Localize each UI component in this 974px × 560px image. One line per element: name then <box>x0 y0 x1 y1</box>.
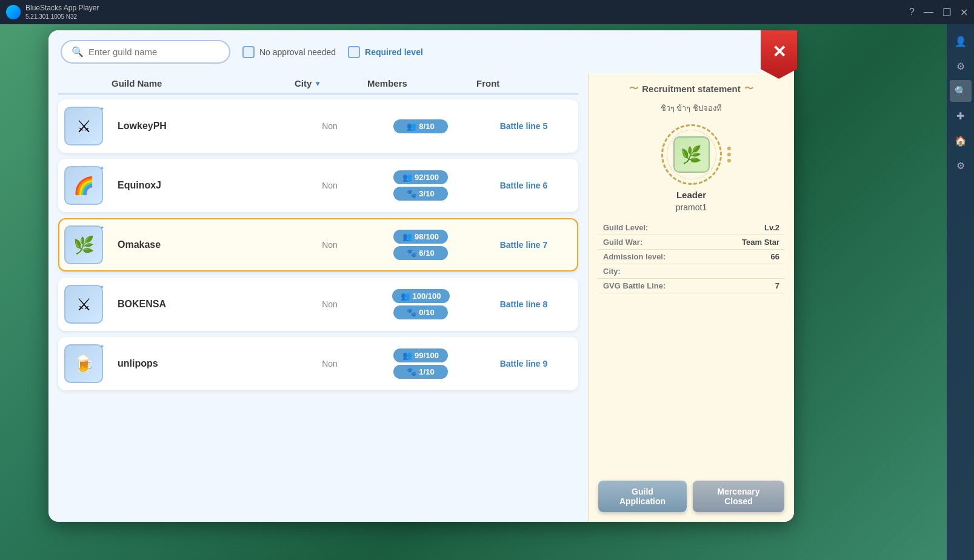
guild-name-omakase: Omakase <box>113 239 293 250</box>
guild-row-omakase[interactable]: 🌿 Omakase Non 👥98/100 🐾6/10 Battle line … <box>58 218 578 272</box>
app-name: BlueStacks App Player 5.21.301.1005 N32 <box>25 4 99 21</box>
guild-icon-omakase: 🌿 <box>64 225 103 264</box>
right-sidebar: 👤 ⚙ 🔍 ✚ 🏠 ⚙ <box>947 24 974 560</box>
guild-icon-unlipops: 🍺 <box>64 344 103 383</box>
no-approval-checkbox[interactable] <box>242 46 255 58</box>
leader-label: Leader <box>676 190 706 200</box>
guild-row-unlipops[interactable]: 🍺 unlipops Non 👥99/100 🐾1/10 Battle line… <box>58 337 578 390</box>
sidebar-icon-search[interactable]: 🔍 <box>950 80 972 102</box>
col-guild-name: Guild Name <box>112 78 295 88</box>
minimize-icon[interactable]: — <box>924 7 933 18</box>
guild-icon-lowkeyph: ⚔ <box>64 107 103 145</box>
guild-members-unlipops: 👥99/100 🐾1/10 <box>366 348 475 379</box>
col-icon-spacer <box>63 78 112 88</box>
leader-name: pramot1 <box>676 202 707 212</box>
member-badge-main-bokensa: 👥100/100 <box>392 289 450 303</box>
window-controls[interactable]: ? — ❐ ✕ <box>909 7 968 18</box>
admission-label: Admission level: <box>603 252 665 261</box>
required-level-label: Required level <box>365 47 423 57</box>
dots-decoration <box>727 147 731 162</box>
guild-name-lowkeyph: LowkeyPH <box>113 121 293 132</box>
info-row-admission: Admission level: 66 <box>598 250 784 264</box>
guild-city-lowkeyph: Non <box>293 121 366 131</box>
column-headers: Guild Name City ▼ Members Front <box>58 73 578 95</box>
guild-members-equinoxj: 👥92/100 🐾3/10 <box>366 170 475 201</box>
sidebar-icon-3[interactable]: ✚ <box>950 105 972 127</box>
guild-row-equinoxj[interactable]: 🌈 EquinoxJ Non 👥92/100 🐾3/10 Battle line… <box>58 159 578 212</box>
guild-war-value: Team Star <box>742 238 779 247</box>
titlebar: BlueStacks App Player 5.21.301.1005 N32 … <box>0 0 974 24</box>
guild-front-bokensa: Battle line 8 <box>475 299 572 309</box>
guild-front-equinoxj: Battle line 6 <box>475 181 572 190</box>
guild-war-label: Guild War: <box>603 238 642 247</box>
city-filter-icon[interactable]: ▼ <box>314 79 321 88</box>
recruitment-panel: Recruitment statement ชิวๆ ข้าๆ ชิปจองที… <box>588 73 794 522</box>
info-row-gvg: GVG Battle Line: 7 <box>598 279 784 293</box>
admission-value: 66 <box>771 252 779 261</box>
guild-search-box[interactable]: 🔍 <box>61 40 230 64</box>
guild-name-equinoxj: EquinoxJ <box>113 180 293 191</box>
guild-name-unlipops: unlipops <box>113 358 293 369</box>
dialog-content: Guild Name City ▼ Members Front ⚔ Lowkey… <box>48 73 794 522</box>
info-row-guild-level: Guild Level: Lv.2 <box>598 221 784 235</box>
search-icon: 🔍 <box>72 46 84 58</box>
city-label: City: <box>603 267 621 276</box>
leader-avatar-wrap: 🌿 <box>661 124 722 185</box>
guild-front-omakase: Battle line 7 <box>475 240 572 250</box>
leader-icon-box: 🌿 <box>673 136 710 173</box>
dialog-close-button[interactable]: ✕ <box>761 30 797 79</box>
guild-members-omakase: 👥98/100 🐾6/10 <box>366 230 475 260</box>
member-badge-paw-equinoxj: 🐾3/10 <box>393 187 448 201</box>
col-members: Members <box>367 78 476 88</box>
guild-city-omakase: Non <box>293 240 366 250</box>
no-approval-filter[interactable]: No approval needed <box>242 46 336 58</box>
guild-icon-equinoxj: 🌈 <box>64 166 103 205</box>
guild-row-bokensa[interactable]: ⚔ BOKENSA Non 👥100/100 🐾0/10 Battle line… <box>58 278 578 331</box>
gvg-value: 7 <box>775 281 779 290</box>
info-row-guild-war: Guild War: Team Star <box>598 235 784 250</box>
col-front: Front <box>476 78 573 88</box>
gvg-label: GVG Battle Line: <box>603 281 665 290</box>
dialog-header: 🔍 No approval needed Required level <box>48 30 794 73</box>
guild-members-bokensa: 👥100/100 🐾0/10 <box>366 289 475 319</box>
guild-list-panel: Guild Name City ▼ Members Front ⚔ Lowkey… <box>48 73 588 522</box>
leader-circle: 🌿 <box>661 124 722 185</box>
guild-name-bokensa: BOKENSA <box>113 299 293 310</box>
sidebar-icon-home[interactable]: 🏠 <box>950 130 972 152</box>
guild-front-unlipops: Battle line 9 <box>475 359 572 368</box>
required-level-filter[interactable]: Required level <box>348 46 423 58</box>
member-badge-main: 👥8/10 <box>393 119 448 133</box>
guild-members-lowkeyph: 👥8/10 <box>366 119 475 133</box>
mercenary-closed-button[interactable]: Mercenary Closed <box>693 481 784 512</box>
guild-city-equinoxj: Non <box>293 181 366 190</box>
app-logo <box>6 5 21 19</box>
guild-search-dialog: 🔍 No approval needed Required level Guil… <box>48 30 794 522</box>
no-approval-label: No approval needed <box>259 47 336 57</box>
help-icon[interactable]: ? <box>909 7 915 18</box>
guild-level-label: Guild Level: <box>603 223 648 232</box>
sidebar-icon-2[interactable]: ⚙ <box>950 55 972 77</box>
sidebar-icon-4[interactable]: ⚙ <box>950 155 972 176</box>
member-badge-main-unlipops: 👥99/100 <box>393 348 448 362</box>
recruitment-title: Recruitment statement <box>629 83 753 95</box>
restore-icon[interactable]: ❐ <box>942 7 951 18</box>
guild-application-button[interactable]: Guild Application <box>598 481 687 512</box>
close-window-icon[interactable]: ✕ <box>960 7 968 18</box>
member-badge-paw-omakase: 🐾6/10 <box>393 246 448 260</box>
required-level-checkbox[interactable] <box>348 46 360 58</box>
guild-city-bokensa: Non <box>293 299 366 309</box>
guild-row-lowkeyph[interactable]: ⚔ LowkeyPH Non 👥8/10 Battle line 5 <box>58 99 578 153</box>
guild-level-value: Lv.2 <box>764 223 779 232</box>
recruitment-statement: ชิวๆ ข้าๆ ชิปจองที <box>661 102 722 115</box>
guild-front-lowkeyph: Battle line 5 <box>475 121 572 131</box>
member-badge-main-omakase: 👥98/100 <box>393 230 448 244</box>
sidebar-icon-1[interactable]: 👤 <box>950 30 972 52</box>
guild-search-input[interactable] <box>88 47 219 57</box>
close-icon: ✕ <box>772 42 786 62</box>
guild-info-table: Guild Level: Lv.2 Guild War: Team Star A… <box>598 221 784 293</box>
member-badge-paw-bokensa: 🐾0/10 <box>393 305 448 319</box>
member-badge-paw-unlipops: 🐾1/10 <box>393 365 448 379</box>
member-badge-main-equinoxj: 👥92/100 <box>393 170 448 184</box>
guild-icon-bokensa: ⚔ <box>64 285 103 324</box>
col-city: City ▼ <box>295 78 367 88</box>
